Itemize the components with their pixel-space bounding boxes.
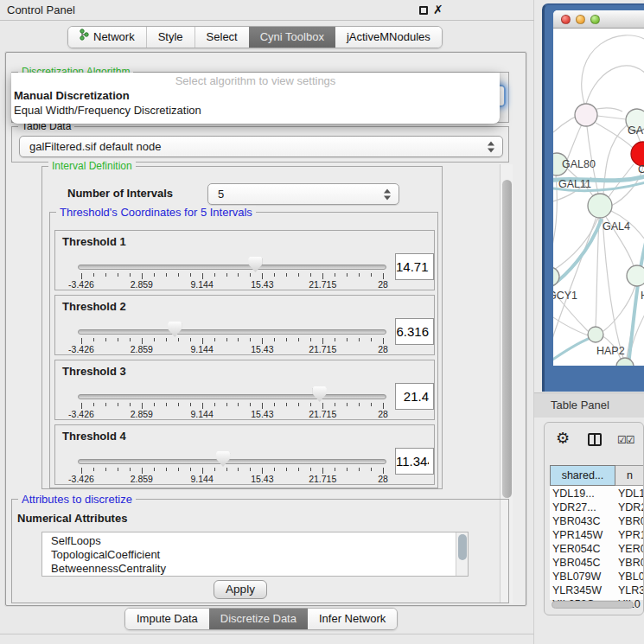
tab-select[interactable]: Select <box>194 27 249 48</box>
algorithm-option[interactable]: Equal Width/Frequency Discretization <box>14 103 494 118</box>
network-window-titlebar[interactable] <box>553 10 644 29</box>
network-edge[interactable] <box>603 285 635 331</box>
network-node-bottom-node[interactable] <box>616 358 634 366</box>
network-edge[interactable] <box>597 116 626 119</box>
tick-mark <box>142 468 143 474</box>
bottom-tab-discretize-data[interactable]: Discretize Data <box>209 609 308 629</box>
tick-mark <box>262 273 263 279</box>
bottom-tab-impute-data[interactable]: Impute Data <box>125 609 209 629</box>
table-header-shared[interactable]: shared... <box>550 465 615 486</box>
network-node-label: GAL80 <box>562 158 596 170</box>
zoom-traffic-light-icon[interactable] <box>590 15 600 24</box>
attributes-scrollbar-track[interactable] <box>456 532 468 576</box>
tick-mark <box>250 273 251 277</box>
table-hscrollbar-track[interactable] <box>552 601 640 609</box>
tick-mark <box>335 468 335 471</box>
tick-mark <box>371 273 372 277</box>
tick-mark <box>118 468 118 471</box>
threshold-slider-track[interactable] <box>78 459 386 464</box>
tick-mark <box>190 273 191 277</box>
tick-mark <box>202 403 203 409</box>
network-edge[interactable] <box>586 66 644 104</box>
table-row[interactable]: YLR345WYLR3 <box>550 583 644 597</box>
threshold-value-field[interactable] <box>395 318 434 345</box>
panel-scrollbar-thumb[interactable] <box>502 180 512 498</box>
network-node-h-node[interactable] <box>627 265 644 286</box>
tick-mark <box>142 403 143 409</box>
table-row[interactable]: YPR145WYPR1 <box>550 528 644 542</box>
tick-mark <box>383 403 384 409</box>
threshold-label: Threshold 3 <box>62 365 126 378</box>
tab-jactivemnodules[interactable]: jActiveMNodules <box>335 27 442 48</box>
tick-mark <box>383 468 384 474</box>
threshold-slider-track[interactable] <box>78 329 386 335</box>
apply-button[interactable]: Apply <box>214 580 267 599</box>
table-row[interactable]: YDR27...YDR2 <box>550 501 644 514</box>
tick-mark <box>310 403 311 406</box>
attribute-list-item[interactable]: BetweennessCentrality <box>51 562 468 576</box>
attributes-group-title: Attributes to discretize <box>18 493 136 506</box>
tick-mark <box>371 403 372 406</box>
bottom-tab-infer-network[interactable]: Infer Network <box>308 609 397 629</box>
table-row[interactable]: YER054CYER0 <box>550 542 644 556</box>
network-node-selected-red[interactable] <box>631 142 644 166</box>
tick-mark <box>105 273 106 277</box>
network-node-hap2[interactable] <box>588 327 603 342</box>
checkboxes-icon[interactable]: ☑☑ <box>617 434 634 446</box>
threshold-slider-thumb[interactable] <box>313 386 327 402</box>
tick-mark <box>105 403 106 406</box>
threshold-slider-track[interactable] <box>78 265 386 270</box>
network-node-gal80[interactable] <box>575 104 597 126</box>
network-node-label: C <box>638 163 644 175</box>
float-window-icon[interactable] <box>419 6 428 15</box>
network-edge-highlighted[interactable] <box>553 337 593 364</box>
network-edge-highlighted[interactable] <box>553 219 602 288</box>
table-data-combobox[interactable]: galFiltered.sif default node <box>19 136 503 157</box>
threshold-value-field[interactable] <box>395 383 434 410</box>
algorithm-option[interactable]: Manual Discretization <box>14 88 494 103</box>
close-icon[interactable]: ✗ <box>433 3 443 16</box>
network-edge[interactable] <box>553 314 588 335</box>
minimize-traffic-light-icon[interactable] <box>576 15 585 24</box>
attribute-list-item[interactable]: TopologicalCoefficient <box>51 548 468 562</box>
tick-mark <box>322 338 323 344</box>
threshold-slider-track[interactable] <box>78 394 386 399</box>
threshold-label: Threshold 4 <box>62 430 126 443</box>
threshold-slider-thumb[interactable] <box>168 322 182 337</box>
network-edge[interactable] <box>567 124 582 160</box>
tick-mark <box>322 273 323 279</box>
tick-mark <box>250 338 251 341</box>
gear-icon[interactable]: ⚙ <box>556 429 570 448</box>
table-row[interactable]: YBR045CYBR0 <box>550 556 644 570</box>
network-node-gcy1[interactable] <box>553 267 559 286</box>
tick-mark <box>178 468 179 471</box>
table-cell-name: YDR2 <box>618 501 644 514</box>
tab-cyni-toolbox[interactable]: Cyni Toolbox <box>249 27 335 48</box>
attribute-list-item[interactable]: SelfLoops <box>51 534 468 548</box>
columns-icon[interactable] <box>588 433 602 446</box>
network-node-label: GAL4 <box>603 220 630 233</box>
tick-label: 21.715 <box>309 279 336 290</box>
table-cell-shared-name: YPR145W <box>552 528 615 542</box>
threshold-slider-thumb[interactable] <box>248 257 262 272</box>
tab-network[interactable]: Network <box>68 27 146 48</box>
tick-mark <box>238 468 239 471</box>
table-row[interactable]: YDL19...YDL1 <box>550 487 644 501</box>
table-cell-name: YDL1 <box>618 487 644 501</box>
close-traffic-light-icon[interactable] <box>561 15 571 24</box>
threshold-value-field[interactable] <box>395 448 434 475</box>
tick-label: 2.859 <box>131 279 153 290</box>
network-node-gal4[interactable] <box>588 194 612 218</box>
table-header-name[interactable]: n <box>615 465 644 486</box>
threshold-value-field[interactable] <box>395 253 434 280</box>
network-edge[interactable] <box>603 125 627 194</box>
tick-mark <box>286 273 287 277</box>
threshold-slider-thumb[interactable] <box>216 451 230 467</box>
table-hscrollbar-thumb[interactable] <box>552 601 634 609</box>
table-row[interactable]: YBR043CYBR0 <box>550 514 644 528</box>
attributes-scrollbar-thumb[interactable] <box>458 534 467 560</box>
tab-style[interactable]: Style <box>146 27 194 48</box>
number-of-intervals-combobox[interactable]: 5 <box>207 183 399 205</box>
table-row[interactable]: YBL079WYBL0 <box>550 570 644 583</box>
network-canvas[interactable]: GAL80GACGAL11GAL4GCY1HHAP2 <box>553 29 644 366</box>
